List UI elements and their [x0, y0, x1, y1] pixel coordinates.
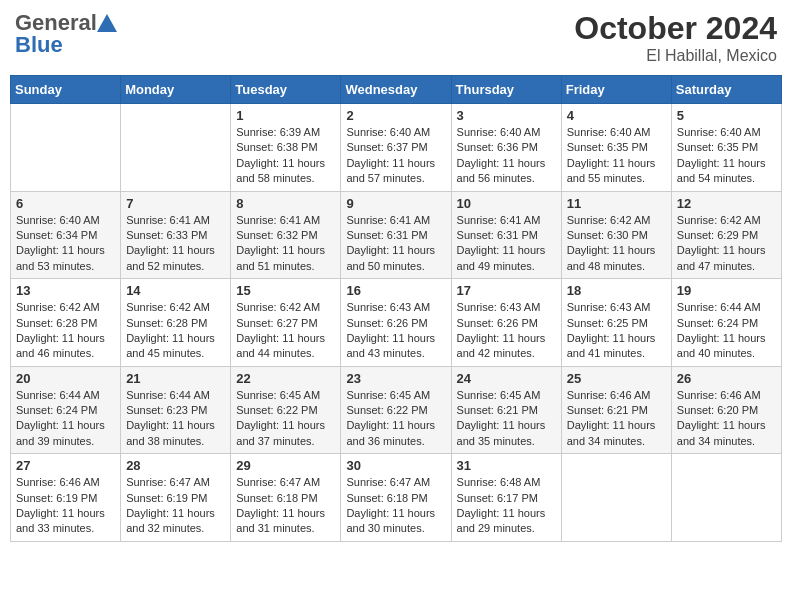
day-number: 7 [126, 196, 225, 211]
table-row: 25Sunrise: 6:46 AMSunset: 6:21 PMDayligh… [561, 366, 671, 454]
table-row [11, 104, 121, 192]
day-number: 14 [126, 283, 225, 298]
day-number: 29 [236, 458, 335, 473]
day-info: Sunrise: 6:46 AMSunset: 6:20 PMDaylight:… [677, 388, 776, 450]
table-row: 21Sunrise: 6:44 AMSunset: 6:23 PMDayligh… [121, 366, 231, 454]
day-info: Sunrise: 6:44 AMSunset: 6:24 PMDaylight:… [16, 388, 115, 450]
table-row: 1Sunrise: 6:39 AMSunset: 6:38 PMDaylight… [231, 104, 341, 192]
day-info: Sunrise: 6:40 AMSunset: 6:35 PMDaylight:… [567, 125, 666, 187]
day-info: Sunrise: 6:40 AMSunset: 6:36 PMDaylight:… [457, 125, 556, 187]
day-info: Sunrise: 6:44 AMSunset: 6:23 PMDaylight:… [126, 388, 225, 450]
day-info: Sunrise: 6:41 AMSunset: 6:31 PMDaylight:… [457, 213, 556, 275]
day-number: 18 [567, 283, 666, 298]
table-row: 7Sunrise: 6:41 AMSunset: 6:33 PMDaylight… [121, 191, 231, 279]
calendar-week-row: 20Sunrise: 6:44 AMSunset: 6:24 PMDayligh… [11, 366, 782, 454]
day-info: Sunrise: 6:42 AMSunset: 6:27 PMDaylight:… [236, 300, 335, 362]
logo-icon [97, 14, 117, 32]
day-info: Sunrise: 6:43 AMSunset: 6:26 PMDaylight:… [346, 300, 445, 362]
day-number: 25 [567, 371, 666, 386]
table-row: 2Sunrise: 6:40 AMSunset: 6:37 PMDaylight… [341, 104, 451, 192]
day-info: Sunrise: 6:40 AMSunset: 6:35 PMDaylight:… [677, 125, 776, 187]
day-number: 8 [236, 196, 335, 211]
logo-blue-text: Blue [15, 32, 63, 58]
table-row: 9Sunrise: 6:41 AMSunset: 6:31 PMDaylight… [341, 191, 451, 279]
table-row [121, 104, 231, 192]
day-number: 31 [457, 458, 556, 473]
table-row: 4Sunrise: 6:40 AMSunset: 6:35 PMDaylight… [561, 104, 671, 192]
day-number: 27 [16, 458, 115, 473]
day-number: 21 [126, 371, 225, 386]
day-info: Sunrise: 6:42 AMSunset: 6:28 PMDaylight:… [16, 300, 115, 362]
table-row: 31Sunrise: 6:48 AMSunset: 6:17 PMDayligh… [451, 454, 561, 542]
day-info: Sunrise: 6:48 AMSunset: 6:17 PMDaylight:… [457, 475, 556, 537]
calendar-week-row: 1Sunrise: 6:39 AMSunset: 6:38 PMDaylight… [11, 104, 782, 192]
day-number: 26 [677, 371, 776, 386]
day-info: Sunrise: 6:47 AMSunset: 6:18 PMDaylight:… [236, 475, 335, 537]
table-row: 16Sunrise: 6:43 AMSunset: 6:26 PMDayligh… [341, 279, 451, 367]
table-row: 5Sunrise: 6:40 AMSunset: 6:35 PMDaylight… [671, 104, 781, 192]
day-info: Sunrise: 6:43 AMSunset: 6:26 PMDaylight:… [457, 300, 556, 362]
table-row: 23Sunrise: 6:45 AMSunset: 6:22 PMDayligh… [341, 366, 451, 454]
day-info: Sunrise: 6:44 AMSunset: 6:24 PMDaylight:… [677, 300, 776, 362]
day-info: Sunrise: 6:40 AMSunset: 6:37 PMDaylight:… [346, 125, 445, 187]
day-number: 19 [677, 283, 776, 298]
col-saturday: Saturday [671, 76, 781, 104]
day-info: Sunrise: 6:39 AMSunset: 6:38 PMDaylight:… [236, 125, 335, 187]
day-number: 10 [457, 196, 556, 211]
day-number: 2 [346, 108, 445, 123]
header: General Blue October 2024 El Habillal, M… [10, 10, 782, 65]
day-number: 28 [126, 458, 225, 473]
day-number: 13 [16, 283, 115, 298]
day-info: Sunrise: 6:47 AMSunset: 6:19 PMDaylight:… [126, 475, 225, 537]
table-row: 3Sunrise: 6:40 AMSunset: 6:36 PMDaylight… [451, 104, 561, 192]
table-row: 12Sunrise: 6:42 AMSunset: 6:29 PMDayligh… [671, 191, 781, 279]
table-row: 11Sunrise: 6:42 AMSunset: 6:30 PMDayligh… [561, 191, 671, 279]
day-info: Sunrise: 6:43 AMSunset: 6:25 PMDaylight:… [567, 300, 666, 362]
title-area: October 2024 El Habillal, Mexico [574, 10, 777, 65]
table-row: 10Sunrise: 6:41 AMSunset: 6:31 PMDayligh… [451, 191, 561, 279]
day-info: Sunrise: 6:40 AMSunset: 6:34 PMDaylight:… [16, 213, 115, 275]
table-row: 30Sunrise: 6:47 AMSunset: 6:18 PMDayligh… [341, 454, 451, 542]
table-row [561, 454, 671, 542]
table-row: 24Sunrise: 6:45 AMSunset: 6:21 PMDayligh… [451, 366, 561, 454]
logo: General Blue [15, 10, 117, 58]
col-thursday: Thursday [451, 76, 561, 104]
day-number: 30 [346, 458, 445, 473]
table-row: 14Sunrise: 6:42 AMSunset: 6:28 PMDayligh… [121, 279, 231, 367]
calendar-table: Sunday Monday Tuesday Wednesday Thursday… [10, 75, 782, 542]
day-info: Sunrise: 6:41 AMSunset: 6:31 PMDaylight:… [346, 213, 445, 275]
day-info: Sunrise: 6:45 AMSunset: 6:22 PMDaylight:… [346, 388, 445, 450]
col-wednesday: Wednesday [341, 76, 451, 104]
day-number: 20 [16, 371, 115, 386]
day-number: 1 [236, 108, 335, 123]
day-info: Sunrise: 6:45 AMSunset: 6:21 PMDaylight:… [457, 388, 556, 450]
table-row: 28Sunrise: 6:47 AMSunset: 6:19 PMDayligh… [121, 454, 231, 542]
calendar-week-row: 27Sunrise: 6:46 AMSunset: 6:19 PMDayligh… [11, 454, 782, 542]
day-number: 11 [567, 196, 666, 211]
day-number: 3 [457, 108, 556, 123]
day-info: Sunrise: 6:46 AMSunset: 6:21 PMDaylight:… [567, 388, 666, 450]
day-info: Sunrise: 6:46 AMSunset: 6:19 PMDaylight:… [16, 475, 115, 537]
day-info: Sunrise: 6:47 AMSunset: 6:18 PMDaylight:… [346, 475, 445, 537]
table-row: 8Sunrise: 6:41 AMSunset: 6:32 PMDaylight… [231, 191, 341, 279]
table-row: 22Sunrise: 6:45 AMSunset: 6:22 PMDayligh… [231, 366, 341, 454]
col-monday: Monday [121, 76, 231, 104]
day-info: Sunrise: 6:41 AMSunset: 6:33 PMDaylight:… [126, 213, 225, 275]
day-info: Sunrise: 6:45 AMSunset: 6:22 PMDaylight:… [236, 388, 335, 450]
calendar-header-row: Sunday Monday Tuesday Wednesday Thursday… [11, 76, 782, 104]
col-tuesday: Tuesday [231, 76, 341, 104]
day-info: Sunrise: 6:42 AMSunset: 6:29 PMDaylight:… [677, 213, 776, 275]
day-number: 9 [346, 196, 445, 211]
table-row: 17Sunrise: 6:43 AMSunset: 6:26 PMDayligh… [451, 279, 561, 367]
col-friday: Friday [561, 76, 671, 104]
location-title: El Habillal, Mexico [574, 47, 777, 65]
col-sunday: Sunday [11, 76, 121, 104]
day-number: 15 [236, 283, 335, 298]
day-number: 17 [457, 283, 556, 298]
day-number: 22 [236, 371, 335, 386]
day-number: 24 [457, 371, 556, 386]
table-row: 15Sunrise: 6:42 AMSunset: 6:27 PMDayligh… [231, 279, 341, 367]
day-number: 4 [567, 108, 666, 123]
calendar-week-row: 13Sunrise: 6:42 AMSunset: 6:28 PMDayligh… [11, 279, 782, 367]
table-row: 26Sunrise: 6:46 AMSunset: 6:20 PMDayligh… [671, 366, 781, 454]
